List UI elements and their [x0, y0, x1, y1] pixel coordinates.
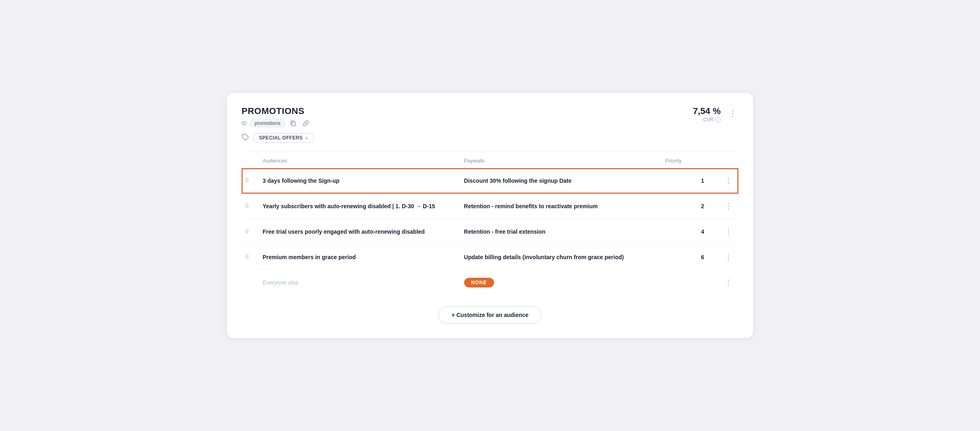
table-row: Everyone elseNONE⋮ [242, 270, 738, 296]
customize-audience-button[interactable]: + Customize for an audience [438, 306, 542, 323]
row-more-button[interactable]: ⋮ [723, 226, 734, 237]
table-row: ⠿Free trial users poorly engaged with au… [242, 219, 738, 245]
copy-id-button[interactable] [288, 119, 298, 127]
id-value: promotions [250, 119, 285, 127]
id-label: ID [242, 120, 247, 126]
audience-cell: 3 days following the Sign-up [258, 168, 459, 194]
th-drag [242, 152, 258, 168]
priority-cell: 2 [660, 194, 709, 219]
cvr-info-icon[interactable]: i [715, 117, 721, 123]
tag-label: SPECIAL OFFERS [259, 135, 303, 141]
id-row: ID promotions [242, 119, 311, 127]
tag-icon [242, 133, 249, 142]
none-badge: NONE [464, 278, 494, 287]
page-title: PROMOTIONS [242, 106, 311, 116]
card-header: PROMOTIONS ID promotions [242, 106, 738, 127]
header-right: 7,54 % CVR i ⋮ [693, 106, 739, 123]
th-actions [709, 152, 738, 168]
table-row: ⠿3 days following the Sign-upDiscount 30… [242, 168, 738, 194]
tags-row: SPECIAL OFFERS × [242, 133, 738, 143]
actions-cell: ⋮ [709, 245, 738, 270]
svg-rect-0 [292, 122, 295, 126]
promotions-card: PROMOTIONS ID promotions [227, 93, 753, 338]
table-row: ⠿Premium members in grace periodUpdate b… [242, 245, 738, 270]
customize-row: + Customize for an audience [242, 306, 738, 323]
audience-cell: Everyone else [258, 270, 459, 296]
paywall-cell: Retention - free trial extension [459, 219, 661, 245]
th-paywalls: Paywalls [459, 152, 661, 168]
audience-cell: Premium members in grace period [258, 245, 459, 270]
paywall-cell: Retention - remind benefits to reactivat… [459, 194, 661, 219]
table-header-row: Audiences Paywalls Priority [242, 152, 738, 168]
tag-chip-special-offers: SPECIAL OFFERS × [253, 133, 314, 143]
cvr-block: 7,54 % CVR i [693, 106, 721, 123]
drag-handle-icon[interactable]: ⠿ [245, 177, 253, 184]
cvr-label: CVR i [693, 117, 721, 123]
row-more-button[interactable]: ⋮ [723, 175, 734, 186]
actions-cell: ⋮ [709, 168, 738, 194]
priority-cell: 4 [660, 219, 709, 245]
audiences-table: Audiences Paywalls Priority ⠿3 days foll… [242, 152, 738, 295]
priority-cell: 6 [660, 245, 709, 270]
audience-cell: Yearly subscribers with auto-renewing di… [258, 194, 459, 219]
priority-cell [660, 270, 709, 296]
th-priority: Priority [660, 152, 709, 168]
actions-cell: ⋮ [709, 194, 738, 219]
cvr-value: 7,54 % [693, 106, 721, 116]
row-more-button[interactable]: ⋮ [723, 252, 734, 262]
row-more-button[interactable]: ⋮ [723, 201, 734, 211]
drag-handle-icon[interactable]: ⠿ [245, 254, 253, 260]
actions-cell: ⋮ [709, 270, 738, 296]
th-audiences: Audiences [258, 152, 459, 168]
paywall-cell: Discount 30% following the signup Date [459, 168, 661, 194]
header-left: PROMOTIONS ID promotions [242, 106, 311, 127]
tag-remove-button[interactable]: × [305, 135, 308, 141]
actions-cell: ⋮ [709, 219, 738, 245]
row-more-button[interactable]: ⋮ [723, 277, 734, 288]
paywall-cell: Update billing details (involuntary chur… [459, 245, 661, 270]
drag-handle-icon[interactable]: ⠿ [245, 203, 253, 209]
table-row: ⠿Yearly subscribers with auto-renewing d… [242, 194, 738, 219]
drag-handle-icon[interactable]: ⠿ [245, 228, 253, 235]
svg-point-1 [244, 135, 244, 136]
link-button[interactable] [301, 119, 311, 127]
priority-cell: 1 [660, 168, 709, 194]
audience-cell: Free trial users poorly engaged with aut… [258, 219, 459, 245]
paywall-cell: NONE [459, 270, 661, 296]
header-more-button[interactable]: ⋮ [727, 108, 738, 119]
